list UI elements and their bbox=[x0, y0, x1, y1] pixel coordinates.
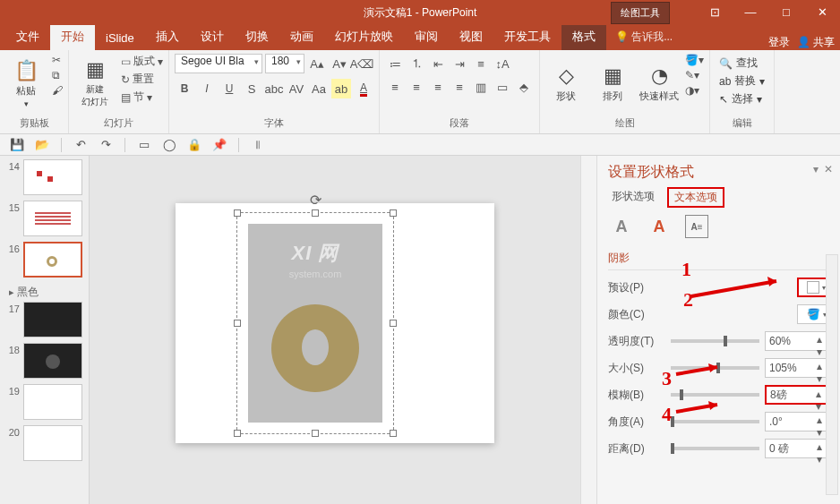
qat-align-button[interactable]: ⫴ bbox=[248, 135, 268, 155]
resize-handle[interactable] bbox=[312, 209, 319, 217]
numbering-button[interactable]: ⒈ bbox=[407, 54, 426, 73]
angle-slider[interactable] bbox=[671, 420, 759, 423]
change-case-button[interactable]: Aa bbox=[309, 79, 329, 98]
pane-scrollbar[interactable] bbox=[826, 254, 838, 495]
tab-view[interactable]: 视图 bbox=[449, 23, 493, 50]
italic-button[interactable]: I bbox=[197, 79, 217, 98]
open-button[interactable]: 📂 bbox=[32, 135, 52, 155]
cut-button[interactable]: ✂ bbox=[52, 54, 63, 66]
paste-button[interactable]: 📋粘贴▾ bbox=[5, 54, 47, 113]
resize-handle[interactable] bbox=[234, 320, 241, 327]
blur-slider[interactable] bbox=[671, 393, 759, 397]
ribbon-display-button[interactable]: ⊡ bbox=[697, 0, 733, 25]
thumb-18[interactable] bbox=[23, 343, 82, 379]
tab-format[interactable]: 格式 bbox=[561, 23, 606, 50]
resize-handle[interactable] bbox=[390, 430, 397, 437]
text-fill-icon[interactable]: A bbox=[610, 215, 633, 238]
justify-button[interactable]: ≡ bbox=[450, 77, 469, 97]
resize-handle[interactable] bbox=[234, 209, 241, 217]
canvas-scrollbar[interactable] bbox=[580, 156, 596, 504]
layout-button[interactable]: ▭ 版式 ▾ bbox=[121, 54, 163, 69]
close-button[interactable]: ✕ bbox=[804, 0, 840, 25]
section-button[interactable]: ▤ 节 ▾ bbox=[121, 90, 163, 105]
shadow-text-button[interactable]: abc bbox=[264, 79, 284, 98]
indent-dec-button[interactable]: ⇤ bbox=[428, 54, 448, 73]
rotate-handle-icon[interactable]: ⟳ bbox=[310, 192, 321, 209]
tab-design[interactable]: 设计 bbox=[190, 23, 235, 50]
login-link[interactable]: 登录 bbox=[768, 35, 790, 50]
font-size-combo[interactable]: 180 bbox=[265, 54, 304, 73]
select-button[interactable]: ↖ 选择 ▾ bbox=[719, 91, 765, 107]
thumb-14[interactable] bbox=[23, 159, 82, 195]
tab-transition[interactable]: 切换 bbox=[235, 23, 279, 50]
reset-button[interactable]: ↻ 重置 bbox=[121, 72, 163, 87]
shape-outline-button[interactable]: ✎▾ bbox=[685, 69, 704, 81]
tab-islide[interactable]: iSlide bbox=[95, 26, 145, 50]
highlight-button[interactable]: ab bbox=[331, 79, 351, 98]
bold-button[interactable]: B bbox=[175, 79, 194, 98]
slide-canvas[interactable]: ⟳ XI 网 system.com bbox=[90, 156, 580, 504]
transparency-slider[interactable] bbox=[671, 339, 759, 343]
slide-thumbnail-pane[interactable]: 14 15 16 ▸ 黑色 17 18 19 20 bbox=[0, 156, 90, 504]
qat-pin-button[interactable]: 📌 bbox=[210, 135, 229, 155]
share-button[interactable]: 👤 共享 bbox=[797, 35, 835, 50]
thumb-20[interactable] bbox=[23, 425, 82, 461]
thumb-19[interactable] bbox=[23, 384, 82, 420]
copy-button[interactable]: ⧉ bbox=[52, 69, 63, 81]
spacing-button[interactable]: AV bbox=[287, 79, 306, 98]
smartart-button[interactable]: ⬘ bbox=[514, 77, 534, 97]
replace-button[interactable]: ab 替换 ▾ bbox=[719, 73, 765, 89]
font-color-button[interactable]: A bbox=[354, 79, 373, 98]
resize-handle[interactable] bbox=[390, 209, 397, 217]
minimize-button[interactable]: — bbox=[733, 0, 768, 25]
shape-effects-button[interactable]: ◑▾ bbox=[685, 84, 704, 97]
quick-style-button[interactable]: ◔快速样式 bbox=[639, 54, 680, 113]
preset-picker[interactable] bbox=[797, 278, 829, 297]
tab-home[interactable]: 开始 bbox=[50, 23, 95, 50]
qat-shape-button[interactable]: ▭ bbox=[134, 135, 154, 155]
redo-button[interactable]: ↷ bbox=[96, 135, 116, 155]
pane-options-icon[interactable]: ▾ bbox=[813, 163, 819, 175]
text-direction-button[interactable]: ↕A bbox=[493, 54, 512, 73]
align-text-button[interactable]: ▭ bbox=[493, 77, 512, 97]
size-slider[interactable] bbox=[671, 366, 759, 370]
shadow-section-header[interactable]: 阴影 bbox=[608, 247, 829, 270]
textbox-icon[interactable]: A≡ bbox=[685, 215, 708, 238]
shape-options-tab[interactable]: 形状选项 bbox=[608, 187, 658, 208]
find-button[interactable]: 🔍 查找 bbox=[719, 56, 765, 71]
tell-me[interactable]: 💡 告诉我... bbox=[606, 24, 681, 50]
line-spacing-button[interactable]: ≡ bbox=[471, 54, 491, 73]
save-button[interactable]: 💾 bbox=[7, 135, 27, 155]
undo-button[interactable]: ↶ bbox=[71, 135, 90, 155]
color-picker[interactable]: 🪣 bbox=[797, 304, 829, 324]
tab-animation[interactable]: 动画 bbox=[279, 23, 324, 50]
arrange-button[interactable]: ▦排列 bbox=[592, 54, 633, 113]
align-right-button[interactable]: ≡ bbox=[428, 77, 448, 97]
angle-value[interactable]: .0°▴▾ bbox=[765, 412, 829, 431]
grow-font-button[interactable]: A▴ bbox=[307, 54, 327, 73]
format-painter-button[interactable]: 🖌 bbox=[52, 84, 63, 97]
tab-slideshow[interactable]: 幻灯片放映 bbox=[324, 23, 404, 50]
font-name-combo[interactable]: Segoe UI Bla bbox=[175, 54, 262, 73]
tab-file[interactable]: 文件 bbox=[5, 23, 50, 50]
tab-insert[interactable]: 插入 bbox=[145, 23, 190, 50]
blur-value[interactable]: 8磅▴▾ bbox=[765, 385, 829, 405]
distance-slider[interactable] bbox=[671, 447, 759, 450]
underline-button[interactable]: U bbox=[219, 79, 239, 98]
indent-inc-button[interactable]: ⇥ bbox=[450, 54, 469, 73]
text-effects-icon[interactable]: A bbox=[647, 215, 671, 238]
size-value[interactable]: 105%▴▾ bbox=[765, 358, 829, 378]
align-left-button[interactable]: ≡ bbox=[385, 77, 405, 97]
tab-developer[interactable]: 开发工具 bbox=[493, 23, 561, 50]
shapes-button[interactable]: ◇形状 bbox=[545, 54, 587, 113]
selected-shape[interactable]: ⟳ XI 网 system.com bbox=[236, 212, 394, 434]
resize-handle[interactable] bbox=[312, 430, 319, 437]
distance-value[interactable]: 0 磅▴▾ bbox=[765, 439, 829, 458]
pane-close-icon[interactable]: ✕ bbox=[824, 163, 833, 175]
text-options-tab[interactable]: 文本选项 bbox=[667, 187, 724, 208]
clear-format-button[interactable]: A⌫ bbox=[352, 54, 372, 73]
shape-fill-button[interactable]: 🪣▾ bbox=[685, 54, 704, 66]
qat-oval-button[interactable]: ◯ bbox=[159, 135, 179, 155]
strike-button[interactable]: S bbox=[242, 79, 261, 98]
resize-handle[interactable] bbox=[390, 320, 397, 327]
